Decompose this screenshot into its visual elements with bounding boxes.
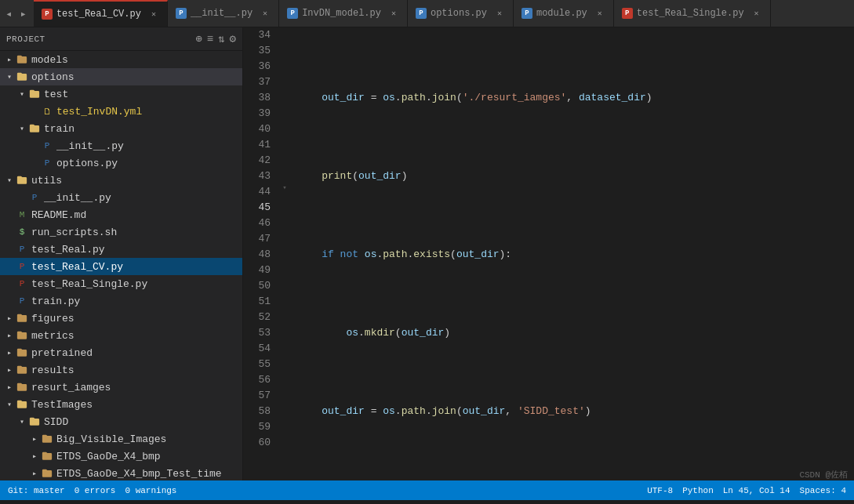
tab-close-invdn[interactable]: ✕ [388, 8, 399, 19]
sidebar-item-models[interactable]: models [0, 51, 242, 68]
ln-43: 43 [243, 169, 271, 184]
arrow-empty1 [28, 105, 41, 118]
ln-45: 45 [243, 200, 271, 216]
sidebar-label-utils: utils [31, 175, 62, 187]
status-warnings: 0 warnings [125, 486, 176, 495]
folder-icon-results [16, 364, 28, 376]
tab-test-real-cv[interactable]: P test_Real_CV.py ✕ [34, 0, 168, 27]
tab-close-test-single[interactable]: ✕ [751, 8, 762, 19]
status-git: Git: master [8, 486, 65, 495]
sidebar-item-utils[interactable]: utils [0, 172, 242, 189]
status-errors: 0 errors [74, 486, 116, 495]
sidebar-label-pretrained: pretrained [31, 347, 93, 359]
tab-options[interactable]: P options.py ✕ [408, 0, 514, 27]
sidebar: Project ⊕ ≡ ⇅ ⚙ models options [0, 27, 243, 480]
status-language: Python [682, 486, 714, 495]
status-left: Git: master 0 errors 0 warnings [8, 486, 176, 495]
code-container[interactable]: 34 35 36 37 38 39 40 41 42 43 44 45 46 4… [243, 27, 854, 480]
sidebar-item-metrics[interactable]: metrics [0, 327, 242, 344]
tab-close-test-real-cv[interactable]: ✕ [148, 9, 159, 20]
status-bar: Git: master 0 errors 0 warnings UTF-8 Py… [0, 480, 854, 500]
fold-mark-51[interactable]: ▾ [282, 184, 288, 190]
code-lines[interactable]: out_dir = os.path.join('./resurt_iamges'… [289, 27, 854, 480]
sh-icon: $ [16, 226, 28, 238]
sidebar-label-resurt: resurt_iamges [31, 382, 111, 393]
folder-icon-train [28, 122, 41, 135]
tab-invdn[interactable]: P InvDN_model.py ✕ [279, 0, 408, 27]
sidebar-item-test-real[interactable]: P test_Real.py [0, 241, 242, 258]
settings-icon[interactable]: ⚙ [230, 32, 236, 45]
sidebar-tree: models options test 🗋 test_InvDN.yml [0, 51, 242, 480]
ln-55: 55 [243, 357, 271, 372]
sidebar-item-train-py[interactable]: P train.py [0, 292, 242, 310]
sidebar-item-init-train[interactable]: P __init__.py [0, 137, 242, 154]
new-file-icon[interactable]: ⊕ [195, 32, 202, 45]
ln-50: 50 [243, 278, 271, 294]
collapse-icon[interactable]: ≡ [207, 33, 213, 45]
sidebar-label-test-real-single: test_Real_Single.py [31, 278, 147, 290]
tab-init[interactable]: P __init__.py ✕ [168, 0, 279, 27]
ln-48: 48 [243, 247, 271, 263]
arrow-metrics [3, 329, 16, 342]
ln-57: 57 [243, 388, 271, 404]
sidebar-label-etds: ETDS_GaoDe_X4_bmp [56, 451, 161, 462]
sidebar-item-options[interactable]: options [0, 68, 242, 85]
status-spaces: Spaces: 4 [800, 486, 846, 495]
sidebar-item-resurt[interactable]: resurt_iamges [0, 379, 242, 396]
py-icon-test-real-single: P [16, 277, 28, 290]
ln-39: 39 [243, 106, 271, 121]
arrow-sidd [16, 415, 28, 428]
yaml-icon: 🗋 [41, 105, 53, 118]
tab-close-module[interactable]: ✕ [594, 8, 605, 19]
sidebar-label-test-real-cv: test_Real_CV.py [31, 261, 123, 273]
ln-54: 54 [243, 341, 271, 357]
arrow-options [3, 71, 16, 83]
sidebar-item-test-real-cv[interactable]: P test_Real_CV.py [0, 258, 242, 275]
sidebar-item-results[interactable]: results [0, 361, 242, 379]
sidebar-item-init-utils[interactable]: P __init__.py [0, 189, 242, 206]
tab-icon-test-real-cv: P [42, 9, 53, 20]
tab-close-options[interactable]: ✕ [494, 8, 505, 19]
sidebar-item-etds[interactable]: ETDS_GaoDe_X4_bmp [0, 448, 242, 465]
folder-icon-utils [16, 174, 28, 187]
sidebar-label-train: train [44, 123, 74, 135]
ln-59: 59 [243, 419, 271, 435]
ln-38: 38 [243, 90, 271, 106]
code-line-37: os.mkdir(out_dir) [297, 325, 846, 341]
sidebar-item-run-scripts[interactable]: $ run_scripts.sh [0, 223, 242, 241]
sidebar-label-figures: figures [31, 313, 74, 325]
ln-40: 40 [243, 121, 271, 137]
sidebar-item-test-real-single[interactable]: P test_Real_Single.py [0, 275, 242, 292]
tab-label-invdn: InvDN_model.py [302, 8, 381, 19]
sidebar-label-init-train: __init__.py [56, 140, 124, 152]
sidebar-item-readme[interactable]: M README.md [0, 206, 242, 223]
editor-area: 34 35 36 37 38 39 40 41 42 43 44 45 46 4… [243, 27, 854, 480]
sidebar-item-sidd[interactable]: SIDD [0, 413, 242, 430]
code-line-34: out_dir = os.path.join('./resurt_iamges'… [297, 90, 846, 106]
folder-icon-resurt [16, 381, 28, 393]
sidebar-item-testimages[interactable]: TestImages [0, 396, 242, 413]
tab-close-init[interactable]: ✕ [260, 8, 271, 19]
folder-icon-test [28, 88, 41, 100]
ln-42: 42 [243, 153, 271, 169]
nav-back-icon[interactable]: ◂ [3, 5, 14, 22]
tab-module[interactable]: P module.py ✕ [514, 0, 614, 27]
py-icon-init-utils: P [28, 191, 41, 204]
ln-34: 34 [243, 27, 271, 43]
sidebar-item-train-folder[interactable]: train [0, 120, 242, 137]
sidebar-item-big-visible[interactable]: Big_Visible_Images [0, 430, 242, 448]
sort-icon[interactable]: ⇅ [218, 32, 224, 45]
ln-52: 52 [243, 310, 271, 325]
sidebar-item-test[interactable]: test [0, 85, 242, 103]
sidebar-item-figures[interactable]: figures [0, 310, 242, 327]
watermark: CSDN @佐栢 [799, 469, 848, 480]
sidebar-item-etds-test[interactable]: ETDS_GaoDe_X4_bmp_Test_time [0, 465, 242, 480]
sidebar-item-test-invdn-yml[interactable]: 🗋 test_InvDN.yml [0, 103, 242, 120]
tab-test-single[interactable]: P test_Real_Single.py ✕ [614, 0, 771, 27]
sidebar-item-pretrained[interactable]: pretrained [0, 344, 242, 361]
arrow-etds [28, 450, 41, 462]
tab-icon-init: P [176, 8, 187, 19]
sidebar-item-options-train[interactable]: P options.py [0, 154, 242, 172]
sidebar-label-test: test [44, 89, 68, 100]
nav-forward-icon[interactable]: ▸ [17, 5, 28, 22]
